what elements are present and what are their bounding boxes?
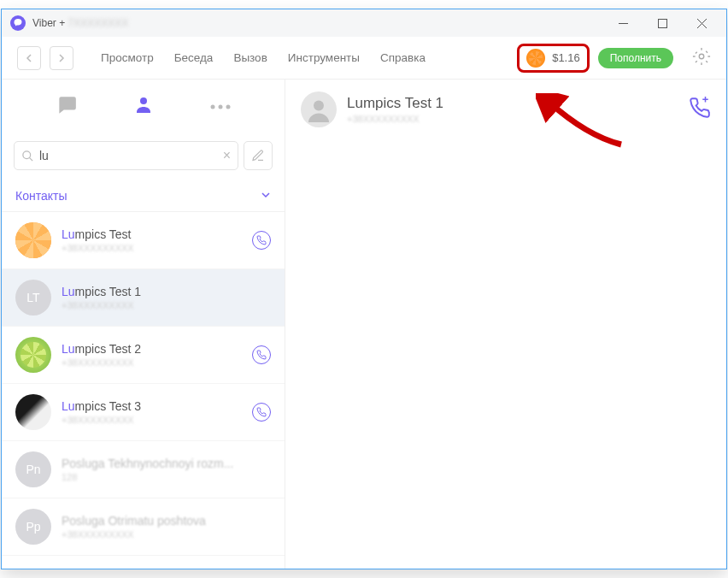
contacts-section-header[interactable]: Контакты: [2, 179, 285, 212]
contact-avatar: [15, 222, 51, 258]
contact-avatar: [15, 394, 51, 430]
viber-out-coin-icon: [526, 49, 545, 68]
contact-sub: +38XXXXXXXXX: [62, 300, 271, 310]
svg-point-2: [140, 97, 147, 104]
contact-name: Posluga Tekhnynochnoyi rozm...: [62, 457, 271, 470]
contact-avatar: LT: [15, 280, 51, 316]
chat-avatar[interactable]: [301, 91, 337, 127]
contact-name: Posluga Otrimatu poshtova: [62, 514, 271, 528]
contact-row[interactable]: Lumpics Test+38XXXXXXXXX: [2, 212, 285, 269]
svg-point-6: [23, 150, 31, 158]
viber-out-call-icon[interactable]: [689, 97, 711, 122]
viber-badge-icon: [252, 345, 271, 364]
tab-chats-icon[interactable]: [56, 93, 78, 119]
title-bar: Viber + 7XXXXXXXX: [2, 9, 726, 37]
balance-amount: $1.16: [552, 51, 580, 64]
nav-back-button[interactable]: [17, 46, 41, 70]
contact-avatar: Pn: [15, 451, 51, 487]
contact-sub: 128: [62, 472, 271, 482]
svg-point-7: [314, 101, 324, 111]
close-button[interactable]: [682, 9, 721, 37]
contact-row[interactable]: PpPosluga Otrimatu poshtova+38XXXXXXXXX: [2, 498, 285, 556]
svg-point-3: [210, 105, 214, 109]
svg-rect-0: [658, 19, 666, 27]
chat-title-name: Lumpics Test 1: [347, 95, 443, 112]
contact-row[interactable]: PnPosluga Tekhnynochnoyi rozm...128: [2, 441, 285, 498]
svg-point-1: [699, 54, 704, 59]
tab-more-icon[interactable]: [209, 98, 232, 114]
contact-sub: +38XXXXXXXXX: [62, 243, 242, 253]
toolbar: Просмотр Беседа Вызов Инструменты Справк…: [2, 37, 726, 80]
viber-badge-icon: [252, 403, 271, 422]
window-title: Viber + 7XXXXXXXX: [32, 17, 128, 29]
nav-forward-button[interactable]: [50, 46, 73, 70]
viber-logo-icon: [10, 15, 26, 31]
menu-help[interactable]: Справка: [380, 51, 426, 64]
contact-row[interactable]: LTLumpics Test 1+38XXXXXXXXX: [2, 269, 285, 327]
search-icon: [21, 150, 34, 162]
contact-sub: +38XXXXXXXXX: [62, 415, 242, 425]
contact-avatar: Pp: [15, 509, 51, 545]
minimize-button[interactable]: [603, 9, 643, 37]
contact-name: Lumpics Test 1: [62, 285, 271, 298]
menu-tools[interactable]: Инструменты: [288, 51, 360, 64]
contact-avatar: [15, 337, 51, 373]
menu-view[interactable]: Просмотр: [101, 51, 154, 64]
tab-contacts-icon[interactable]: [133, 94, 154, 118]
contact-row[interactable]: Lumpics Test 3+38XXXXXXXXX: [2, 384, 285, 441]
menu-call[interactable]: Вызов: [233, 51, 267, 64]
top-up-button[interactable]: Пополнить: [598, 48, 673, 68]
chat-header: Lumpics Test 1 +38XXXXXXXXX: [285, 80, 726, 139]
contact-row[interactable]: Lumpics Test 2+38XXXXXXXXX: [2, 327, 285, 384]
viber-window: Viber + 7XXXXXXXX Просмотр Беседа Вызов …: [1, 9, 727, 569]
contact-name: Lumpics Test 3: [62, 399, 242, 413]
contact-sub: +38XXXXXXXXX: [62, 529, 271, 540]
svg-point-4: [218, 105, 222, 109]
menu-chat[interactable]: Беседа: [174, 51, 214, 64]
main-content: Lumpics Test 1 +38XXXXXXXXX: [285, 80, 726, 569]
settings-gear-icon[interactable]: [692, 47, 711, 69]
search-box[interactable]: ×: [14, 141, 238, 170]
compose-button[interactable]: [244, 141, 273, 170]
contacts-list: Lumpics Test+38XXXXXXXXXLTLumpics Test 1…: [2, 212, 285, 556]
contact-name: Lumpics Test: [62, 227, 242, 241]
contact-name: Lumpics Test 2: [62, 342, 242, 356]
balance-box[interactable]: $1.16: [517, 44, 590, 73]
maximize-button[interactable]: [643, 9, 682, 37]
search-input[interactable]: [39, 149, 223, 162]
clear-search-icon[interactable]: ×: [223, 148, 231, 163]
chevron-down-icon: [261, 189, 271, 203]
contact-sub: +38XXXXXXXXX: [62, 357, 242, 368]
svg-point-5: [226, 105, 230, 109]
viber-badge-icon: [252, 231, 271, 250]
chat-title-sub: +38XXXXXXXXX: [347, 114, 443, 124]
sidebar: × Контакты Lumpics Test+38XXXXXXXXXLTLum…: [2, 80, 285, 569]
